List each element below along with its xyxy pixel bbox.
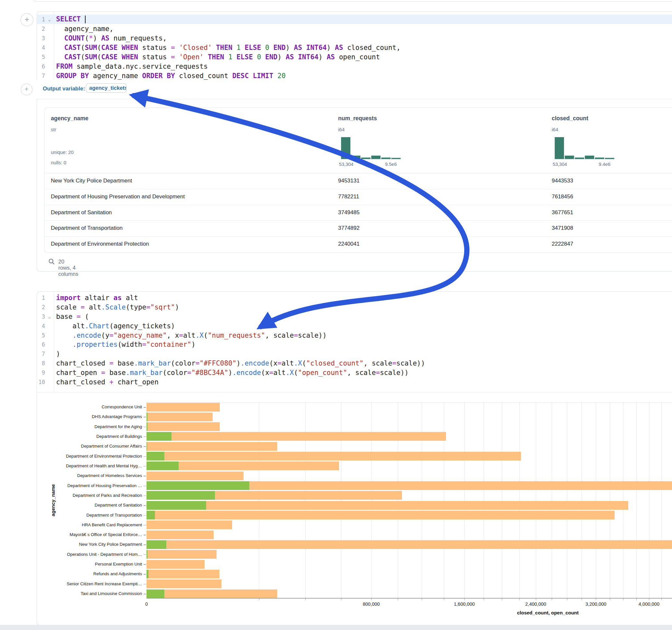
row-count-text: 20 rows, 4 columns [58,259,78,277]
line-number: 4 [37,323,45,329]
line-number: 4 [37,44,45,51]
table-cell: 9443533 [552,173,573,189]
code-line[interactable]: 4 alt.Chart(agency_tickets) [37,321,672,331]
table-cell: 9453131 [338,173,360,189]
add-cell-button[interactable]: + [20,13,33,26]
code-text: CAST(SUM(CASE WHEN status = 'Open' THEN … [54,53,380,61]
code-text: base = ( [54,313,89,320]
column-stat: unique: 20 [51,149,74,155]
code-line[interactable]: 1import altair as alt [37,293,672,303]
line-number: 7 [37,73,45,79]
page-bottom-strip [0,625,672,630]
sql-code-editor[interactable]: 1⌄SELECT 2 agency_name,3 COUNT(*) AS num… [37,12,672,84]
code-text: chart_closed + chart_open [54,378,159,386]
histogram-bin [381,158,391,159]
table-cell: 2222847 [552,236,573,252]
histogram-bin [565,155,574,159]
line-number: 6 [37,63,45,70]
python-cell: 1import altair as alt2scale = alt.Scale(… [37,291,672,626]
output-variable-chip[interactable]: agency_tickets [86,83,126,93]
line-number: 3 [37,35,45,42]
code-line[interactable]: 10chart_closed + chart_open [37,377,672,387]
fold-caret-icon[interactable]: ⌄ [45,17,54,22]
code-line[interactable]: 1⌄SELECT [37,15,672,24]
table-cell: Department of Housing Preservation and D… [51,189,185,205]
histogram-min-label: 53,304 [545,162,574,167]
column-type: str [51,127,56,132]
histogram-max-label: 9.5e6 [376,162,406,167]
column-histogram [341,137,401,159]
code-line[interactable]: 5 CAST(SUM(CASE WHEN status = 'Open' THE… [37,52,672,62]
previous-cell-border [32,0,672,2]
table-row[interactable]: Department of Environmental Protection22… [44,236,672,252]
python-code-editor[interactable]: 1import altair as alt2scale = alt.Scale(… [37,292,672,392]
line-number: 6 [37,341,45,348]
table-cell: Department of Environmental Protection [51,236,149,252]
code-text: chart_closed = base.mark_bar(color="#FFC… [54,359,425,367]
code-text: .encode(y="agency_name", x=alt.X("num_re… [54,332,327,339]
table-cell: 3774892 [338,220,360,236]
dataframe-header: agency_namestrunique: 20nulls: 0num_requ… [44,108,672,173]
code-text: agency_name, [54,25,114,33]
histogram-max-label: 9.4e6 [590,162,619,167]
column-header[interactable]: num_requests [338,115,377,122]
code-text: FROM sample_data.nyc.service_requests [54,63,208,70]
code-line[interactable]: 2 agency_name, [37,24,672,33]
code-line[interactable]: 9chart_open = base.mark_bar(color="#8BC3… [37,368,672,377]
code-line[interactable]: 3 COUNT(*) AS num_requests, [37,33,672,43]
line-number: 10 [37,379,45,385]
table-row[interactable]: Department of Sanitation37494853677651 [44,205,672,221]
line-number: 2 [37,26,45,32]
table-row[interactable]: New York City Police Department945313194… [44,173,672,189]
line-number: 1 [37,295,45,301]
line-number: 2 [37,304,45,311]
line-number: 8 [37,360,45,366]
code-line[interactable]: 7) [37,349,672,359]
code-text: COUNT(*) AS num_requests, [54,34,167,42]
table-row[interactable]: Department of Transportation377489234719… [44,220,672,237]
code-line[interactable]: 7GROUP BY agency_name ORDER BY closed_co… [37,71,672,81]
code-line[interactable]: 5 .encode(y="agency_name", x=alt.X("num_… [37,331,672,340]
line-number: 1 [37,16,45,23]
add-cell-button-2[interactable]: + [21,83,32,95]
histogram-bin [351,155,360,159]
column-stat: nulls: 0 [51,160,67,165]
table-cell: 7618456 [552,189,573,205]
histogram-min-label: 53,304 [332,162,361,167]
line-number: 5 [37,332,45,339]
histogram-bin [575,158,584,159]
histogram-bin [555,137,564,159]
histogram-bin [595,158,604,159]
table-cell: 3471908 [552,220,573,236]
table-cell: 7782211 [338,189,359,205]
histogram-bin [391,158,401,159]
code-line[interactable]: 3⌄base = ( [37,312,672,321]
table-cell: 3749485 [338,205,360,221]
code-text: .properties(width="container") [54,341,195,348]
code-text: GROUP BY agency_name ORDER BY closed_cou… [54,72,286,80]
code-text: import altair as alt [54,294,138,302]
dataframe-preview-card: agency_namestrunique: 20nulls: 0num_requ… [44,107,672,253]
output-variable-label: Output variable: [43,86,85,92]
fold-caret-icon[interactable]: ⌄ [45,314,54,319]
table-cell: 2240041 [338,236,360,252]
code-text: chart_open = base.mark_bar(color="#8BC34… [54,369,408,377]
code-line[interactable]: 6 .properties(width="container") [37,340,672,349]
histogram-bin [585,155,594,159]
search-icon[interactable] [48,258,55,265]
column-header[interactable]: agency_name [51,115,89,122]
code-text: scale = alt.Scale(type="sqrt") [54,303,179,311]
table-cell: Department of Transportation [51,220,123,236]
code-text: alt.Chart(agency_tickets) [54,322,175,330]
code-line[interactable]: 8chart_closed = base.mark_bar(color="#FF… [37,359,672,368]
line-number: 3 [37,313,45,320]
code-line[interactable]: 6FROM sample_data.nyc.service_requests [37,62,672,71]
histogram-bin [361,158,370,159]
code-line[interactable]: 4 CAST(SUM(CASE WHEN status = 'Closed' T… [37,43,672,52]
column-type: i64 [338,127,344,132]
column-header[interactable]: closed_count [552,115,589,122]
table-row[interactable]: Department of Housing Preservation and D… [44,189,672,205]
code-line[interactable]: 2scale = alt.Scale(type="sqrt") [37,303,672,312]
code-text: ) [54,350,60,358]
code-text: SELECT [54,15,86,23]
